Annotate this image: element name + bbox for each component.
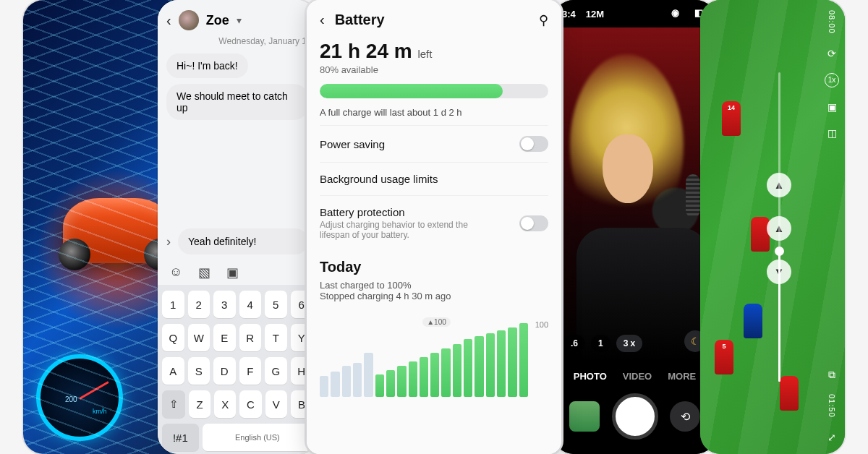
phone-video: 14 5 ▲ ▲ ▼ 08:00 ⟳ 1x ▣ ◫ — [700, 0, 845, 454]
spacebar-key[interactable]: English (US) — [203, 424, 312, 451]
chart-bar — [508, 327, 516, 397]
key-1[interactable]: 1 — [162, 291, 184, 318]
key-z[interactable]: Z — [189, 390, 210, 418]
megapixel-button[interactable]: 12M — [586, 9, 604, 20]
time-remaining-value: 21 h 24 m — [320, 40, 412, 62]
zoom-wide[interactable]: .6 — [563, 335, 585, 352]
gallery-thumbnail[interactable] — [569, 401, 600, 432]
battery-bar — [320, 84, 548, 98]
compose-input[interactable]: Yeah definitely! — [178, 228, 308, 254]
symbols-key[interactable]: !#1 — [162, 424, 199, 451]
time-total: 08:00 — [827, 10, 836, 34]
phone-chat: ‹ Zoe ▾ Wednesday, January 1 Hi~! I'm ba… — [158, 0, 317, 454]
chart-bar — [331, 372, 339, 397]
key-t[interactable]: T — [265, 324, 287, 351]
protection-toggle[interactable] — [519, 215, 548, 231]
chart-bar — [519, 323, 528, 397]
key-w[interactable]: W — [188, 324, 210, 351]
chart-bar — [364, 353, 373, 397]
avatar[interactable] — [179, 10, 199, 30]
last-charged-line: Last charged to 100% — [320, 280, 548, 291]
key-f[interactable]: F — [239, 357, 262, 385]
emoji-icon[interactable]: ☺ — [169, 265, 182, 280]
key-c[interactable]: C — [239, 390, 261, 418]
wheel-left — [59, 239, 90, 270]
key-s[interactable]: S — [188, 357, 210, 385]
camera-modes[interactable]: PHOTO VIDEO MORE — [553, 361, 716, 389]
motion-photo-icon[interactable]: ◉ — [671, 7, 684, 20]
contact-name[interactable]: Zoe — [206, 13, 229, 28]
search-icon[interactable]: ⚲ — [539, 12, 548, 28]
rotate-icon[interactable]: ⟳ — [825, 47, 838, 60]
chart-bar — [486, 333, 495, 397]
car — [63, 198, 171, 263]
key-2[interactable]: 2 — [188, 291, 210, 318]
chart-bar — [464, 339, 472, 397]
time-current: 01:50 — [827, 394, 836, 418]
chart-bar — [475, 336, 483, 397]
protection-desc: Adjust charging behavior to extend the l… — [320, 220, 486, 240]
subject-face — [603, 134, 653, 203]
shutter-button[interactable] — [612, 393, 658, 440]
player-blue — [744, 304, 762, 338]
page-title: Battery — [335, 12, 529, 28]
percent-available: 80% available — [320, 64, 548, 75]
switch-camera-icon[interactable]: ⟲ — [670, 401, 700, 432]
key-x[interactable]: X — [214, 390, 236, 418]
battery-bar-fill — [320, 84, 503, 98]
zoom-selector[interactable]: .6 1 3x — [563, 335, 642, 352]
key-row-num: 123456 — [158, 288, 317, 321]
row-bg-limits[interactable]: Background usage limits — [320, 162, 548, 195]
chart-bar — [342, 366, 351, 397]
mode-video[interactable]: VIDEO — [623, 371, 652, 382]
phone-battery: ‹ Battery ⚲ 21 h 24 m left 80% available… — [307, 0, 561, 454]
expand-icon[interactable]: › — [166, 234, 171, 249]
row-power-saving[interactable]: Power saving — [320, 125, 548, 162]
chart-bar — [320, 376, 328, 397]
zoom-badge[interactable]: 1x — [825, 73, 839, 87]
pip-icon[interactable]: ▣ — [825, 100, 838, 113]
chart-bar — [420, 357, 428, 397]
capture-icon[interactable]: ⧉ — [825, 368, 838, 381]
zoom-1x[interactable]: 1 — [591, 335, 610, 352]
mode-photo[interactable]: PHOTO — [574, 371, 607, 382]
chart-bar — [453, 344, 461, 397]
key-row-1: QWERTY — [158, 321, 317, 354]
chart-bar — [386, 370, 395, 397]
zoom-3x[interactable]: 3x — [616, 335, 642, 352]
aspect-ratio-button[interactable]: 3:4 — [562, 9, 576, 20]
message-in[interactable]: We should meet to catch up — [166, 84, 308, 120]
key-a[interactable]: A — [162, 357, 184, 385]
player-red — [780, 376, 799, 411]
gif-icon[interactable]: ▣ — [226, 265, 239, 280]
key-q[interactable]: Q — [162, 324, 184, 351]
key-3[interactable]: 3 — [213, 291, 236, 318]
microphone — [686, 174, 700, 218]
chart-bar — [497, 330, 506, 397]
chevron-down-icon[interactable]: ▾ — [237, 14, 242, 26]
key-4[interactable]: 4 — [239, 291, 262, 318]
key-5[interactable]: 5 — [265, 291, 287, 318]
camera-viewfinder[interactable]: .6 1 3x ☾ — [553, 27, 716, 361]
time-remaining: 21 h 24 m left — [320, 35, 548, 63]
shift-key[interactable]: ⇧ — [162, 390, 185, 418]
chart-bar — [430, 353, 439, 397]
seek-bar[interactable] — [778, 72, 780, 381]
sticker-icon[interactable]: ▧ — [198, 265, 210, 280]
mode-more[interactable]: MORE — [668, 371, 696, 382]
keyboard: 123456 QWERTY ASDFGH ⇧ ZXCVB !#1 English… — [158, 285, 317, 454]
power-saving-toggle[interactable] — [519, 136, 548, 152]
message-in[interactable]: Hi~! I'm back! — [166, 53, 248, 78]
video-viewport[interactable]: 14 5 ▲ ▲ ▼ 08:00 ⟳ 1x ▣ ◫ — [700, 0, 845, 454]
key-g[interactable]: G — [265, 357, 287, 385]
date-label: Wednesday, January 1 — [158, 36, 317, 51]
key-r[interactable]: R — [239, 324, 262, 351]
key-e[interactable]: E — [213, 324, 236, 351]
key-d[interactable]: D — [213, 357, 236, 385]
lock-icon[interactable]: ⤢ — [825, 431, 838, 444]
aspect-icon[interactable]: ◫ — [825, 127, 838, 140]
row-battery-protection[interactable]: Battery protection Adjust charging behav… — [320, 195, 548, 250]
key-v[interactable]: V — [265, 390, 287, 418]
back-icon[interactable]: ‹ — [166, 12, 171, 29]
back-icon[interactable]: ‹ — [320, 12, 325, 28]
